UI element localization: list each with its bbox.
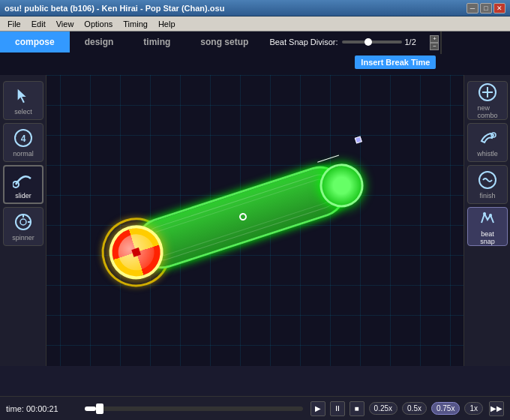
timeline-note-2 xyxy=(441,37,442,49)
beat-snap-thumb[interactable] xyxy=(364,38,372,46)
svg-point-13 xyxy=(489,214,492,217)
fast-forward-button[interactable]: ▶▶ xyxy=(489,401,504,416)
beat-snap-slider[interactable] xyxy=(342,40,402,44)
speed-1x[interactable]: 1x xyxy=(464,402,483,415)
slider-tool-icon xyxy=(13,170,34,190)
beat-snap-tool-label: beatsnap xyxy=(480,230,495,245)
speed-025x[interactable]: 0.25x xyxy=(369,402,398,415)
tab-timing[interactable]: timing xyxy=(128,32,185,52)
timeline-marker xyxy=(441,35,442,38)
spinner-tool-icon xyxy=(13,212,34,232)
timeline-zoom-controls: + − xyxy=(430,35,439,50)
stop-button[interactable]: ■ xyxy=(350,401,364,416)
timeline-zoom-in[interactable]: + xyxy=(430,35,439,43)
tool-whistle[interactable]: whistle xyxy=(467,123,508,162)
timeline-note-1 xyxy=(441,37,442,49)
close-button[interactable]: ✕ xyxy=(494,3,506,14)
svg-point-12 xyxy=(483,212,486,215)
menu-file[interactable]: File xyxy=(3,19,26,29)
progress-bar[interactable] xyxy=(85,406,303,411)
beat-snap-label: Beat Snap Divisor: xyxy=(269,38,338,46)
whistle-icon xyxy=(477,128,498,148)
slider-midpoint-control[interactable] xyxy=(238,212,248,222)
slider-arrow-line xyxy=(317,155,339,163)
title-bar: osu! public beta (b106) - Ken Hirai - Po… xyxy=(0,0,510,16)
left-toolbar: select 4 normal slider xyxy=(0,75,46,366)
time-display: time: 00:00:21 xyxy=(6,404,77,413)
minimize-button[interactable]: ─ xyxy=(466,3,478,14)
progress-fill xyxy=(85,406,96,411)
menu-edit[interactable]: Edit xyxy=(27,19,50,29)
window-title: osu! public beta (b106) - Ken Hirai - Po… xyxy=(4,4,224,13)
timeline-marker xyxy=(441,35,442,38)
menu-bar: File Edit View Options Timing Help xyxy=(0,16,510,32)
tool-slider[interactable]: slider xyxy=(3,165,44,204)
tool-spinner[interactable]: spinner xyxy=(3,207,44,246)
tool-select[interactable]: select xyxy=(3,81,44,120)
tool-finish[interactable]: finish xyxy=(467,165,508,204)
menu-timing[interactable]: Timing xyxy=(118,19,152,29)
finish-icon xyxy=(477,170,498,190)
timeline-marker xyxy=(441,34,442,37)
new-combo-label: newcombo xyxy=(477,104,497,119)
svg-text:4: 4 xyxy=(21,134,26,144)
cursor-icon xyxy=(13,86,34,106)
tool-normal[interactable]: 4 normal xyxy=(3,123,44,162)
window-controls: ─ □ ✕ xyxy=(466,3,506,14)
insert-break-time-button[interactable]: Insert Break Time xyxy=(355,56,436,69)
tab-song-setup[interactable]: song setup xyxy=(185,32,263,52)
right-toolbar: newcombo whistle finish xyxy=(464,75,510,366)
svg-point-4 xyxy=(20,219,26,225)
speed-075x[interactable]: 0.75x xyxy=(431,402,460,415)
beat-snap-tool-icon xyxy=(477,208,498,229)
new-combo-icon xyxy=(477,82,498,103)
tab-bar: compose design timing song setup Beat Sn… xyxy=(0,32,510,75)
playhead xyxy=(441,32,442,53)
speed-05x[interactable]: 0.5x xyxy=(402,402,427,415)
timeline-marker xyxy=(441,38,442,40)
timeline-marker xyxy=(441,39,442,41)
menu-options[interactable]: Options xyxy=(80,19,117,29)
timeline-marker xyxy=(441,38,442,40)
beat-snap-value: 1/2 xyxy=(404,38,422,46)
tool-beat-snap[interactable]: beatsnap xyxy=(467,207,508,246)
tab-design[interactable]: design xyxy=(70,32,129,52)
timeline-track[interactable] xyxy=(440,32,442,54)
tool-new-combo[interactable]: newcombo xyxy=(467,81,508,120)
timeline-marker xyxy=(441,36,442,38)
timeline-zoom-out[interactable]: − xyxy=(430,43,439,50)
editor-area[interactable]: select 4 normal slider xyxy=(0,75,510,366)
maximize-button[interactable]: □ xyxy=(480,3,492,14)
play-button[interactable]: ▶ xyxy=(310,401,326,416)
circle-number-icon: 4 xyxy=(13,128,34,148)
tab-compose[interactable]: compose xyxy=(0,32,70,52)
progress-thumb xyxy=(96,404,104,414)
pause-button[interactable]: ⏸ xyxy=(330,401,345,416)
status-bar: time: 00:00:21 ▶ ⏸ ■ 0.25x 0.5x 0.75x 1x… xyxy=(0,396,510,420)
menu-help[interactable]: Help xyxy=(154,19,180,29)
menu-view[interactable]: View xyxy=(52,19,79,29)
